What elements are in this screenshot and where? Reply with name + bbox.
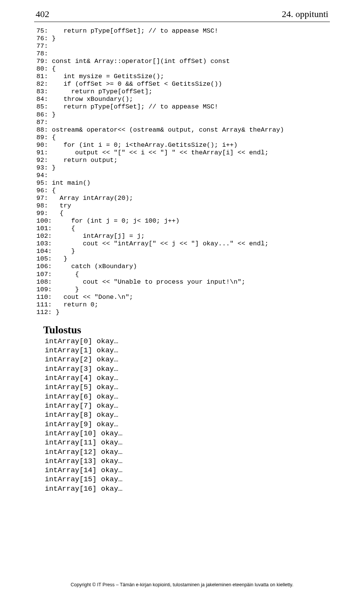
copyright-footer: Copyright © IT Press – Tämän e-kirjan ko…	[0, 582, 364, 587]
header-rule	[34, 22, 330, 22]
page: 402 24. oppitunti 75: return pType[offSe…	[0, 0, 364, 595]
page-header: 402 24. oppitunti	[34, 9, 330, 21]
program-output: intArray[0] okay… intArray[1] okay… intA…	[45, 337, 330, 493]
chapter-title: 24. oppitunti	[282, 9, 328, 19]
output-heading: Tulostus	[43, 324, 330, 336]
code-listing: 75: return pType[offSet]; // to appease …	[36, 27, 330, 316]
page-number: 402	[36, 9, 49, 19]
